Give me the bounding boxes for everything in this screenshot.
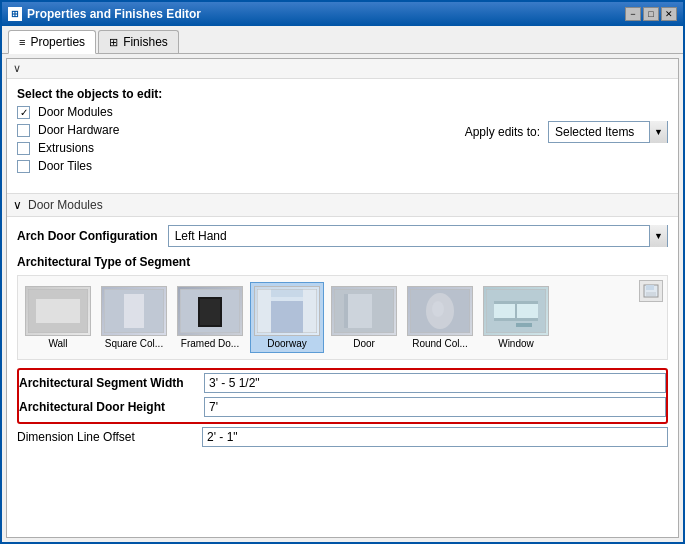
field-arch-door-height-label: Architectural Door Height (19, 400, 204, 414)
segment-doorway-label: Doorway (267, 338, 306, 349)
checkbox-door-hardware[interactable] (17, 124, 30, 137)
apply-edits-label: Apply edits to: (465, 125, 540, 139)
segment-wall-label: Wall (48, 338, 67, 349)
segment-type-label: Architectural Type of Segment (17, 255, 668, 269)
checkbox-extrusions[interactable] (17, 142, 30, 155)
extrusions-label: Extrusions (38, 141, 94, 155)
select-objects-title: Select the objects to edit: (17, 87, 162, 101)
arch-door-config-dropdown[interactable]: Left Hand ▼ (168, 225, 668, 247)
door-modules-collapse-icon: ∨ (13, 198, 22, 212)
field-arch-segment-width-label: Architectural Segment Width (19, 376, 204, 390)
finishes-tab-icon: ⊞ (109, 36, 118, 49)
segment-roundcol-img (407, 286, 473, 336)
apply-edits-value: Selected Items (549, 125, 649, 139)
segment-frameddoor-img (177, 286, 243, 336)
field-dimension-line-row: Dimension Line Offset (17, 426, 668, 448)
collapse-icon-1: ∨ (13, 62, 21, 75)
title-bar-buttons: − □ ✕ (625, 7, 677, 21)
apply-edits-dropdown[interactable]: Selected Items ▼ (548, 121, 668, 143)
checkbox-door-hardware-row: Door Hardware (17, 123, 162, 137)
segment-square-col[interactable]: Square Col... (98, 283, 170, 352)
segment-roundcol-label: Round Col... (412, 338, 468, 349)
svg-rect-1 (36, 299, 80, 323)
segment-doorway-img (254, 286, 320, 336)
checkbox-door-tiles-row: Door Tiles (17, 159, 162, 173)
title-bar: ⊞ Properties and Finishes Editor − □ ✕ (2, 2, 683, 26)
field-arch-door-height-input[interactable] (204, 397, 666, 417)
field-arch-segment-width-input[interactable] (204, 373, 666, 393)
properties-tab-label: Properties (30, 35, 85, 49)
select-objects-section: Select the objects to edit: ✓ Door Modul… (7, 79, 678, 194)
field-arch-segment-width-row: Architectural Segment Width (19, 372, 666, 394)
door-modules-label: Door Modules (38, 105, 113, 119)
app-icon: ⊞ (8, 7, 22, 21)
field-rows: Architectural Segment Width Architectura… (17, 368, 668, 448)
arch-door-config-label: Arch Door Configuration (17, 229, 158, 243)
door-modules-section-label: Door Modules (28, 198, 103, 212)
svg-rect-12 (303, 289, 317, 333)
checkbox-door-modules[interactable]: ✓ (17, 106, 30, 119)
segment-door-img (331, 286, 397, 336)
svg-rect-18 (344, 294, 348, 328)
svg-rect-33 (646, 292, 656, 296)
segment-wall-img (25, 286, 91, 336)
segment-doorway[interactable]: Doorway (250, 282, 324, 353)
arch-door-config-value: Left Hand (169, 229, 649, 243)
checkbox-extrusions-row: Extrusions (17, 141, 162, 155)
svg-rect-11 (257, 289, 271, 333)
finishes-tab-label: Finishes (123, 35, 168, 49)
field-dimension-line-input[interactable] (202, 427, 668, 447)
apply-edits-dropdown-btn[interactable]: ▼ (649, 121, 667, 143)
svg-rect-13 (271, 297, 303, 333)
close-button[interactable]: ✕ (661, 7, 677, 21)
segment-wall[interactable]: Wall (22, 283, 94, 352)
svg-rect-29 (516, 323, 532, 327)
svg-rect-4 (124, 294, 144, 328)
segment-framed-door[interactable]: Framed Do... (174, 283, 246, 352)
highlight-box: Architectural Segment Width Architectura… (17, 368, 668, 424)
svg-point-22 (432, 301, 444, 317)
tab-bar: ≡ Properties ⊞ Finishes (2, 26, 683, 54)
collapse-row-1[interactable]: ∨ (7, 59, 678, 79)
tab-properties[interactable]: ≡ Properties (8, 30, 96, 54)
arch-section: Arch Door Configuration Left Hand ▼ Arch… (7, 217, 678, 458)
segment-window[interactable]: Window (480, 283, 552, 352)
checkbox-door-tiles[interactable] (17, 160, 30, 173)
maximize-button[interactable]: □ (643, 7, 659, 21)
window-title: Properties and Finishes Editor (27, 7, 201, 21)
segment-squarecol-img (101, 286, 167, 336)
minimize-button[interactable]: − (625, 7, 641, 21)
segment-door-label: Door (353, 338, 375, 349)
svg-rect-32 (646, 285, 654, 290)
segment-round-col[interactable]: Round Col... (404, 283, 476, 352)
svg-rect-14 (271, 297, 303, 301)
main-window: ⊞ Properties and Finishes Editor − □ ✕ ≡… (0, 0, 685, 544)
tab-finishes[interactable]: ⊞ Finishes (98, 30, 179, 53)
segment-window-img (483, 286, 549, 336)
segment-images-container: Wall Square Col... (17, 275, 668, 360)
field-arch-door-height-row: Architectural Door Height (19, 396, 666, 418)
arch-door-config-row: Arch Door Configuration Left Hand ▼ (17, 225, 668, 247)
door-hardware-label: Door Hardware (38, 123, 119, 137)
arch-door-config-dropdown-btn[interactable]: ▼ (649, 225, 667, 247)
field-dimension-line-label: Dimension Line Offset (17, 430, 202, 444)
door-modules-section-header[interactable]: ∨ Door Modules (7, 194, 678, 217)
apply-edits-section: Apply edits to: Selected Items ▼ (465, 121, 668, 143)
segment-door[interactable]: Door (328, 283, 400, 352)
segment-window-label: Window (498, 338, 534, 349)
title-bar-left: ⊞ Properties and Finishes Editor (8, 7, 201, 21)
door-tiles-label: Door Tiles (38, 159, 92, 173)
segment-frameddoor-label: Framed Do... (181, 338, 239, 349)
segment-squarecol-label: Square Col... (105, 338, 163, 349)
svg-rect-8 (200, 299, 220, 325)
save-icon-button[interactable] (639, 280, 663, 302)
svg-rect-17 (344, 294, 372, 328)
checkbox-door-modules-row: ✓ Door Modules (17, 105, 162, 119)
properties-tab-icon: ≡ (19, 36, 25, 48)
